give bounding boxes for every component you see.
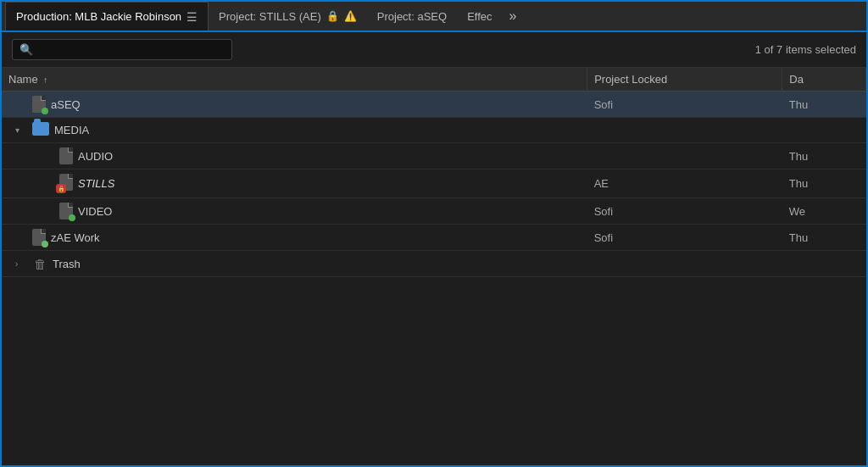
column-header-name[interactable]: Name ↑	[2, 68, 587, 92]
row-name-label: AUDIO	[78, 150, 113, 163]
search-box[interactable]: 🔍	[12, 39, 232, 60]
row-project-locked: Sofi	[587, 198, 782, 225]
table-header-row: Name ↑ Project Locked Da	[2, 68, 866, 92]
selection-count: 1 of 7 items selected	[755, 43, 856, 56]
tab-project-stills[interactable]: Project: STILLS (AE) 🔒 ⚠️	[209, 2, 367, 31]
panel-wrapper: Production: MLB Jackie Robinson ☰ Projec…	[0, 0, 868, 467]
row-date: Thu	[782, 225, 866, 251]
row-name-label: aSEQ	[51, 98, 81, 111]
file-green2-icon	[32, 229, 46, 246]
file-icon	[59, 147, 73, 164]
warning-icon: ⚠️	[344, 10, 357, 22]
file-table-wrapper: Name ↑ Project Locked Da aSEQSofiThu▾MED…	[2, 68, 866, 465]
search-icon: 🔍	[19, 43, 33, 56]
more-tabs-button[interactable]: »	[503, 8, 524, 24]
row-name-cell: ›🗑Trash	[2, 251, 587, 277]
row-name-cell: ▾MEDIA	[2, 118, 587, 143]
table-row[interactable]: 🔒STILLSAEThu	[2, 170, 866, 198]
lock-icon: 🔒	[326, 10, 339, 22]
tab-project-aseq[interactable]: Project: aSEQ	[367, 2, 457, 31]
row-date: Thu	[782, 170, 866, 198]
folder-icon	[32, 122, 49, 138]
row-project-locked: AE	[587, 170, 782, 198]
row-name-cell: AUDIO	[2, 143, 587, 170]
tab-effects-label: Effec	[467, 10, 492, 23]
locked-file-icon: 🔒	[59, 174, 73, 193]
row-name-cell: aSEQ	[2, 92, 587, 118]
row-date	[782, 118, 866, 143]
row-name-label: STILLS	[78, 177, 114, 190]
row-name-label: Trash	[53, 258, 81, 270]
file-green-icon	[32, 96, 46, 113]
row-name-label: zAE Work	[51, 231, 100, 244]
tab-production-label: Production: MLB Jackie Robinson	[16, 10, 181, 23]
row-project-locked	[587, 143, 782, 170]
table-row[interactable]: ▾MEDIA	[2, 118, 866, 143]
tab-production[interactable]: Production: MLB Jackie Robinson ☰	[5, 2, 209, 31]
row-name-label: VIDEO	[78, 205, 112, 218]
table-row[interactable]: VIDEOSofiWe	[2, 198, 866, 225]
tab-production-menu-icon[interactable]: ☰	[186, 10, 198, 24]
tab-bar: Production: MLB Jackie Robinson ☰ Projec…	[2, 2, 866, 32]
tab-project-stills-label: Project: STILLS (AE)	[219, 10, 321, 23]
row-project-locked: Sofi	[587, 92, 782, 118]
collapse-icon[interactable]: ▾	[15, 125, 27, 135]
file-table: Name ↑ Project Locked Da aSEQSofiThu▾MED…	[2, 68, 866, 277]
row-project-locked: Sofi	[587, 225, 782, 251]
row-date: Thu	[782, 92, 866, 118]
row-project-locked	[587, 118, 782, 143]
trash-icon: 🗑	[32, 255, 47, 272]
column-header-project-locked[interactable]: Project Locked	[587, 68, 782, 92]
row-name-cell: zAE Work	[2, 225, 587, 251]
search-bar-area: 🔍 1 of 7 items selected	[2, 32, 866, 68]
tab-project-aseq-label: Project: aSEQ	[377, 10, 447, 23]
row-name-label: MEDIA	[54, 124, 89, 136]
row-date: Thu	[782, 143, 866, 170]
search-input[interactable]	[38, 43, 225, 56]
row-date	[782, 251, 866, 277]
column-header-da[interactable]: Da	[782, 68, 866, 92]
row-project-locked	[587, 251, 782, 277]
table-row[interactable]: ›🗑Trash	[2, 251, 866, 277]
table-row[interactable]: aSEQSofiThu	[2, 92, 866, 118]
table-row[interactable]: zAE WorkSofiThu	[2, 225, 866, 251]
file-green-icon	[59, 203, 73, 220]
table-row[interactable]: AUDIOThu	[2, 143, 866, 170]
row-name-cell: 🔒STILLS	[2, 170, 587, 198]
row-date: We	[782, 198, 866, 225]
row-name-cell: VIDEO	[2, 198, 587, 225]
tab-effects[interactable]: Effec	[457, 2, 502, 31]
expand-icon[interactable]: ›	[15, 259, 27, 269]
sort-arrow-icon: ↑	[43, 75, 47, 85]
